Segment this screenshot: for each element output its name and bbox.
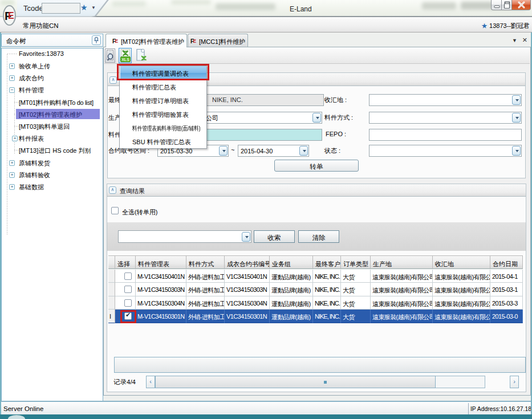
svg-text:E: E bbox=[193, 38, 197, 44]
svg-text:XLS: XLS bbox=[121, 58, 129, 62]
svg-text:E: E bbox=[115, 38, 119, 44]
svg-text:E: E bbox=[8, 11, 14, 21]
